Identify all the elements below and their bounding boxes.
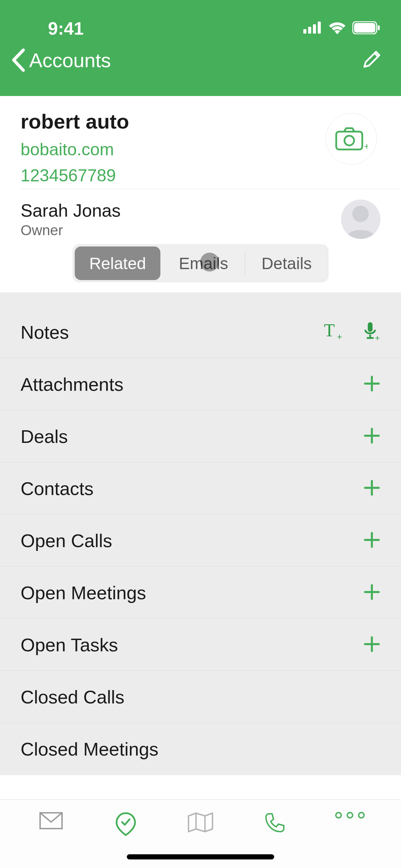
row-closed-meetings[interactable]: Closed Meetings — [0, 723, 401, 775]
map-icon — [187, 812, 214, 833]
bottom-toolbar — [0, 799, 401, 868]
row-label: Closed Meetings — [21, 738, 158, 760]
add-task-button[interactable] — [363, 636, 380, 654]
tab-emails[interactable]: Emails — [162, 244, 245, 282]
related-list: Notes T + + Attachments — [0, 292, 401, 775]
account-name: robert auto — [21, 110, 129, 133]
more-icon — [335, 812, 365, 819]
plus-icon — [363, 375, 380, 392]
camera-icon: + — [335, 127, 368, 151]
status-bar: 9:41 — [0, 0, 401, 38]
mail-icon — [39, 812, 63, 830]
mic-add-icon: + — [363, 322, 380, 341]
plus-icon — [363, 531, 380, 548]
row-closed-calls[interactable]: Closed Calls — [0, 671, 401, 723]
row-open-calls[interactable]: Open Calls — [0, 515, 401, 567]
plus-icon — [363, 583, 380, 601]
wifi-icon — [328, 21, 346, 36]
account-info: robert auto bobaito.com 1234567789 — [21, 110, 129, 185]
svg-rect-2 — [313, 24, 316, 34]
status-icons — [303, 21, 380, 36]
toolbar-mail-button[interactable] — [36, 812, 66, 830]
home-indicator[interactable] — [127, 854, 274, 859]
battery-icon — [352, 21, 380, 36]
add-deal-button[interactable] — [363, 427, 380, 446]
back-button[interactable]: Accounts — [10, 47, 111, 73]
owner-avatar — [341, 200, 380, 239]
add-voice-note-button[interactable]: + — [363, 322, 380, 343]
row-open-tasks[interactable]: Open Tasks — [0, 619, 401, 671]
toolbar-map-button[interactable] — [185, 812, 216, 833]
toolbar-checkin-button[interactable] — [110, 812, 141, 836]
location-check-icon — [115, 812, 136, 836]
svg-text:+: + — [375, 333, 380, 341]
add-meeting-button[interactable] — [363, 583, 380, 602]
owner-text: Sarah Jonas Owner — [21, 200, 121, 239]
row-open-meetings[interactable]: Open Meetings — [0, 567, 401, 619]
header-bar: 9:41 Accounts — [0, 0, 401, 96]
svg-point-34 — [336, 812, 341, 818]
toolbar-more-button[interactable] — [335, 812, 365, 819]
add-photo-button[interactable]: + — [326, 113, 377, 165]
plus-icon — [363, 427, 380, 444]
chevron-left-icon — [10, 47, 26, 73]
add-call-button[interactable] — [363, 531, 380, 550]
owner-role: Owner — [21, 222, 121, 239]
account-header: robert auto bobaito.com 1234567789 + — [0, 96, 401, 189]
add-attachment-button[interactable] — [363, 375, 380, 394]
svg-rect-3 — [318, 22, 321, 34]
toolbar-call-button[interactable] — [260, 812, 291, 833]
svg-text:T: T — [324, 322, 335, 340]
row-deals[interactable]: Deals — [0, 410, 401, 462]
row-contacts[interactable]: Contacts — [0, 462, 401, 515]
svg-point-11 — [352, 206, 369, 222]
tab-related[interactable]: Related — [75, 246, 160, 280]
person-icon — [341, 200, 380, 239]
status-time: 9:41 — [48, 18, 84, 39]
svg-rect-8 — [336, 132, 362, 149]
plus-icon — [363, 636, 380, 653]
phone-icon — [265, 812, 286, 833]
segmented-tabs: Related Emails Details — [0, 242, 401, 292]
row-label: Contacts — [21, 478, 94, 499]
row-label: Notes — [21, 322, 69, 343]
add-text-note-button[interactable]: T + — [324, 322, 343, 342]
pencil-icon — [362, 49, 382, 70]
row-attachments[interactable]: Attachments — [0, 358, 401, 410]
tab-details[interactable]: Details — [245, 244, 328, 282]
svg-point-36 — [359, 812, 364, 818]
svg-point-35 — [347, 812, 353, 818]
row-label: Attachments — [21, 374, 123, 395]
edit-button[interactable] — [362, 49, 382, 71]
row-label: Closed Calls — [21, 686, 124, 708]
plus-icon — [363, 479, 380, 496]
svg-rect-1 — [308, 27, 311, 34]
account-phone[interactable]: 1234567789 — [21, 166, 129, 185]
svg-text:+: + — [364, 141, 368, 151]
svg-marker-31 — [189, 813, 212, 832]
nav-bar: Accounts — [0, 38, 401, 82]
svg-rect-5 — [354, 23, 375, 33]
svg-text:+: + — [337, 331, 342, 341]
svg-rect-0 — [303, 29, 306, 34]
cellular-icon — [303, 22, 322, 35]
row-label: Deals — [21, 426, 68, 447]
row-label: Open Calls — [21, 530, 112, 551]
owner-row[interactable]: Sarah Jonas Owner — [0, 189, 401, 242]
add-contact-button[interactable] — [363, 479, 380, 498]
back-title: Accounts — [29, 49, 111, 72]
svg-rect-6 — [378, 25, 380, 30]
row-label: Open Meetings — [21, 582, 146, 603]
owner-name: Sarah Jonas — [21, 200, 121, 221]
text-add-icon: T + — [324, 322, 343, 341]
account-website[interactable]: bobaito.com — [21, 140, 129, 159]
svg-point-9 — [344, 136, 354, 145]
svg-rect-14 — [368, 322, 373, 332]
row-notes[interactable]: Notes T + + — [0, 306, 401, 358]
row-label: Open Tasks — [21, 634, 118, 655]
